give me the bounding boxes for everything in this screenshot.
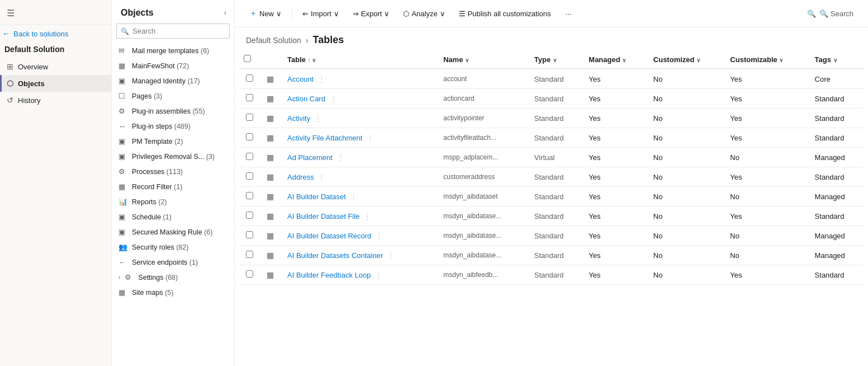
row-table-name-link[interactable]: Action Card — [287, 95, 325, 103]
row-context-menu[interactable]: ⋮ — [385, 251, 397, 260]
export-button[interactable]: ⇒ Export ∨ — [347, 7, 396, 21]
obj-item-label: Security roles (82) — [132, 243, 188, 251]
row-checkbox-cell[interactable] — [239, 265, 260, 285]
objects-list-item[interactable]: ↔ Plug-in steps (489) — [112, 119, 234, 134]
hamburger-icon[interactable]: ☰ — [4, 6, 107, 21]
objects-list-item[interactable]: ▦ Site maps (5) — [112, 285, 234, 300]
row-table-name-link[interactable]: Activity File Attachment — [287, 134, 362, 142]
objects-list-item[interactable]: ▣ Managed Identity (17) — [112, 73, 234, 88]
objects-list-item[interactable]: ▦ Record Filter (1) — [112, 179, 234, 194]
sidebar-item-history[interactable]: ↺ History — [0, 92, 111, 109]
objects-list-item[interactable]: ▣ Privileges Removal S... (3) — [112, 149, 234, 164]
select-all-checkbox[interactable] — [244, 55, 251, 62]
row-managed-cell: Yes — [582, 187, 647, 207]
row-type-cell: Standard — [528, 167, 582, 187]
objects-list-item[interactable]: ▣ Secured Masking Rule (6) — [112, 224, 234, 240]
th-type-label: Type — [534, 55, 551, 64]
th-managed[interactable]: Managed ∨ — [582, 50, 647, 69]
more-button[interactable]: ··· — [560, 7, 577, 21]
objects-list-item[interactable]: ▣ Schedule (1) — [112, 209, 234, 224]
row-context-menu[interactable]: ⋮ — [348, 193, 359, 201]
row-checkbox[interactable] — [246, 74, 253, 82]
obj-type-icon: ⚙ — [118, 107, 127, 115]
row-checkbox-cell[interactable] — [239, 89, 260, 109]
objects-panel: Objects ‹ 🔍 ✉ Mail merge templates (6) ▦… — [112, 0, 235, 366]
row-checkbox[interactable] — [246, 212, 253, 219]
row-table-name-link[interactable]: AI Builder Dataset File — [287, 212, 359, 220]
row-table-cell: AI Builder Dataset File ⋮ — [281, 207, 437, 226]
row-table-name-link[interactable]: Address — [287, 173, 314, 181]
row-checkbox-cell[interactable] — [239, 246, 260, 265]
row-checkbox[interactable] — [246, 192, 253, 199]
row-managed-cell: Yes — [582, 167, 647, 187]
row-table-name-link[interactable]: AI Builder Dataset — [287, 193, 346, 201]
row-checkbox-cell[interactable] — [239, 226, 260, 246]
import-button[interactable]: ⇐ Import ∨ — [297, 7, 345, 21]
row-name-cell: msdyn_aibdatase... — [437, 207, 528, 226]
objects-search-input[interactable] — [116, 24, 230, 39]
objects-list-item[interactable]: ✉ Mail merge templates (6) — [112, 43, 234, 58]
row-checkbox-cell[interactable] — [239, 167, 260, 187]
objects-list-item[interactable]: ← Service endpoints (1) — [112, 255, 234, 270]
row-context-menu[interactable]: ⋮ — [328, 95, 339, 103]
th-type[interactable]: Type ∨ — [528, 50, 582, 69]
objects-list-item[interactable]: ☐ Pages (3) — [112, 88, 234, 104]
row-checkbox-cell[interactable] — [239, 207, 260, 226]
row-checkbox-cell[interactable] — [239, 148, 260, 167]
th-name[interactable]: Name ∨ — [437, 50, 528, 69]
objects-list-item[interactable]: ▣ PM Template (2) — [112, 134, 234, 149]
row-checkbox-cell[interactable] — [239, 187, 260, 207]
row-table-name-link[interactable]: Ad Placement — [287, 153, 333, 162]
collapse-objects-button[interactable]: ‹ — [223, 8, 227, 18]
row-checkbox-cell[interactable] — [239, 109, 260, 128]
obj-type-icon: ← — [118, 258, 127, 266]
row-table-cell: AI Builder Dataset Record ⋮ — [281, 226, 437, 246]
row-context-menu[interactable]: ⋮ — [316, 75, 328, 83]
row-checkbox[interactable] — [246, 133, 253, 140]
th-checkbox[interactable] — [239, 50, 260, 69]
obj-item-label: Schedule (1) — [132, 213, 172, 221]
row-checkbox[interactable] — [246, 153, 253, 160]
row-icon-cell: ▦ — [260, 128, 281, 148]
objects-list-item[interactable]: ⚙ Plug-in assemblies (55) — [112, 104, 234, 119]
row-context-menu[interactable]: ⋮ — [362, 212, 373, 220]
row-checkbox[interactable] — [246, 94, 253, 101]
row-table-name-link[interactable]: Activity — [287, 114, 310, 123]
row-table-name-link[interactable]: AI Builder Feedback Loop — [287, 271, 371, 279]
row-table-name-link[interactable]: AI Builder Dataset Record — [287, 232, 371, 240]
row-managed-cell: Yes — [582, 69, 647, 89]
row-checkbox-cell[interactable] — [239, 128, 260, 148]
breadcrumb-solution[interactable]: Default Solution — [246, 36, 301, 45]
back-to-solutions-link[interactable]: ← Back to solutions — [0, 25, 111, 40]
row-context-menu[interactable]: ⋮ — [312, 114, 324, 123]
row-context-menu[interactable]: ⋮ — [364, 134, 376, 142]
th-customized[interactable]: Customized ∨ — [647, 50, 724, 69]
row-context-menu[interactable]: ⋮ — [373, 271, 385, 279]
row-checkbox[interactable] — [246, 251, 253, 258]
row-checkbox[interactable] — [246, 114, 253, 121]
row-context-menu[interactable]: ⋮ — [316, 173, 328, 181]
toolbar-search-right[interactable]: 🔍 🔍 Search — [801, 7, 859, 20]
objects-list-item[interactable]: ⚙ Processes (113) — [112, 164, 234, 179]
analyze-button[interactable]: ⬡ Analyze ∨ — [397, 7, 450, 21]
row-table-name-link[interactable]: AI Builder Datasets Container — [287, 251, 383, 260]
row-context-menu[interactable]: ⋮ — [335, 153, 347, 162]
row-checkbox[interactable] — [246, 270, 253, 278]
row-context-menu[interactable]: ⋮ — [373, 232, 385, 240]
objects-list-item[interactable]: › ⚙ Settings (68) — [112, 270, 234, 285]
sidebar-item-objects[interactable]: ⬡ Objects — [0, 75, 111, 92]
new-button[interactable]: ＋ New ∨ — [244, 6, 287, 21]
th-table[interactable]: Table ↑ ∨ — [281, 50, 437, 69]
row-checkbox[interactable] — [246, 231, 253, 238]
th-customizable[interactable]: Customizable ∨ — [723, 50, 808, 69]
objects-list-item[interactable]: ▦ MainFewShot (72) — [112, 58, 234, 73]
objects-list-item[interactable]: 👥 Security roles (82) — [112, 240, 234, 255]
row-checkbox[interactable] — [246, 172, 253, 180]
publish-button[interactable]: ☰ Publish all customizations — [453, 7, 557, 21]
objects-list-item[interactable]: 📊 Reports (2) — [112, 194, 234, 209]
sidebar-item-overview[interactable]: ⊞ Overview — [0, 58, 111, 75]
th-tags[interactable]: Tags ∨ — [808, 50, 864, 69]
row-checkbox-cell[interactable] — [239, 69, 260, 89]
row-table-name-link[interactable]: Account — [287, 75, 314, 83]
obj-item-label: Site maps (5) — [132, 289, 173, 297]
